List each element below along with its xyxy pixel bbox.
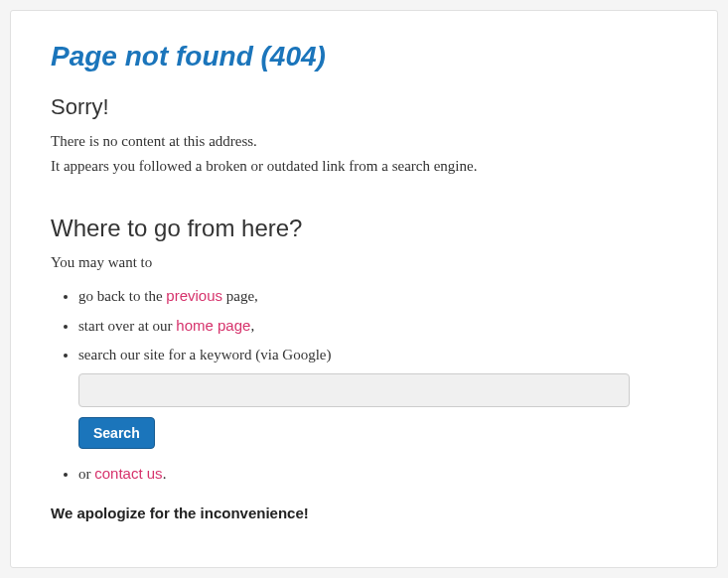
previous-link[interactable]: previous <box>166 287 222 304</box>
home-link[interactable]: home page <box>176 317 250 334</box>
back-suffix: page, <box>222 288 258 304</box>
home-suffix: , <box>250 318 254 334</box>
search-input[interactable] <box>78 373 630 407</box>
where-heading: Where to go from here? <box>51 215 677 242</box>
apology-text: We apologize for the inconvenience! <box>51 505 677 521</box>
intro-text: You may want to <box>51 254 677 271</box>
list-item: or contact us. <box>78 463 677 485</box>
list-item: go back to the previous page, <box>78 285 677 307</box>
page-title: Page not found (404) <box>51 41 677 72</box>
list-item: search our site for a keyword (via Googl… <box>78 345 677 449</box>
sorry-heading: Sorry! <box>51 94 677 120</box>
back-prefix: go back to the <box>78 288 166 304</box>
options-list: go back to the previous page, start over… <box>51 285 677 485</box>
sorry-text-1: There is no content at this address. <box>51 130 677 153</box>
search-text: search our site for a keyword (via Googl… <box>78 347 332 362</box>
error-page-card: Page not found (404) Sorry! There is no … <box>10 10 718 568</box>
search-form: Search <box>78 373 677 449</box>
sorry-text-2: It appears you followed a broken or outd… <box>51 155 677 178</box>
home-prefix: start over at our <box>78 318 176 334</box>
contact-link[interactable]: contact us <box>94 465 162 482</box>
search-button[interactable]: Search <box>78 417 155 449</box>
list-item: start over at our home page, <box>78 315 677 337</box>
or-suffix: . <box>163 466 167 482</box>
or-prefix: or <box>78 466 94 482</box>
